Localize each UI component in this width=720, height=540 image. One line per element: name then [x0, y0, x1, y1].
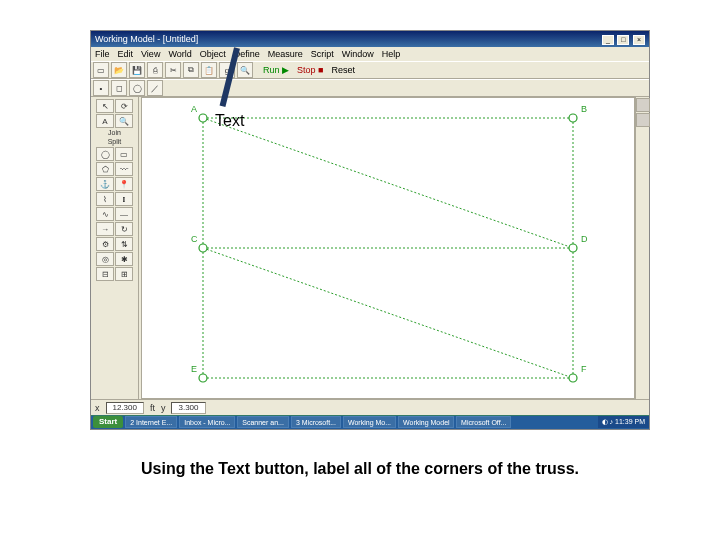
- svg-text:B: B: [581, 104, 587, 114]
- toolbar-main: ▭ 📂 💾 ⎙ ✂ ⧉ 📋 g 🔍 Run ▶ Stop ■ Reset: [91, 61, 649, 79]
- run-button[interactable]: Run ▶: [263, 65, 289, 75]
- svg-point-13: [199, 374, 207, 382]
- taskbar-item-5[interactable]: Working Model: [398, 416, 454, 428]
- rod-tool[interactable]: —: [115, 207, 133, 221]
- taskbar-item-2[interactable]: Scanner an...: [237, 416, 289, 428]
- new-button[interactable]: ▭: [93, 62, 109, 78]
- window-title: Working Model - [Untitled]: [95, 34, 198, 44]
- curve-tool[interactable]: 〰: [115, 162, 133, 176]
- status-x-unit: ft: [150, 403, 155, 413]
- status-x-label: x: [95, 403, 100, 413]
- svg-line-7: [203, 118, 573, 248]
- taskbar-item-1[interactable]: Inbox - Micro...: [179, 416, 235, 428]
- square-tool[interactable]: ▭: [115, 147, 133, 161]
- svg-point-9: [199, 114, 207, 122]
- svg-text:F: F: [581, 364, 587, 374]
- print-button[interactable]: ⎙: [147, 62, 163, 78]
- svg-text:E: E: [191, 364, 197, 374]
- svg-point-12: [569, 244, 577, 252]
- menu-file[interactable]: File: [95, 49, 110, 59]
- svg-line-8: [203, 248, 573, 378]
- minimize-button[interactable]: _: [602, 35, 614, 45]
- menu-script[interactable]: Script: [311, 49, 334, 59]
- app-window: Working Model - [Untitled] _ □ × File Ed…: [90, 30, 650, 430]
- menubar: File Edit View World Object Define Measu…: [91, 47, 649, 61]
- torque-tool[interactable]: ↻: [115, 222, 133, 236]
- stop-button[interactable]: Stop ■: [297, 65, 323, 75]
- taskbar-item-6[interactable]: Microsoft Off...: [456, 416, 511, 428]
- vertical-scrollbar[interactable]: [635, 97, 649, 399]
- anchor-tool[interactable]: ⚓: [96, 177, 114, 191]
- spring-tool[interactable]: ⌇: [96, 192, 114, 206]
- taskbar: Start 2 Internet E... Inbox - Micro... S…: [91, 415, 649, 429]
- menu-window[interactable]: Window: [342, 49, 374, 59]
- close-button[interactable]: ×: [633, 35, 645, 45]
- svg-text:D: D: [581, 234, 588, 244]
- canvas[interactable]: ABCDEF: [141, 97, 635, 399]
- tool-a[interactable]: •: [93, 80, 109, 96]
- svg-point-10: [569, 114, 577, 122]
- circle-tool[interactable]: ◯: [96, 147, 114, 161]
- left-toolbox: ↖⟳ A🔍 Join Split ◯▭ ⬠〰 ⚓📍 ⌇⫿ ∿— →↻ ⚙⇅ ◎✱…: [91, 97, 139, 399]
- svg-text:C: C: [191, 234, 198, 244]
- menu-world[interactable]: World: [168, 49, 191, 59]
- run-controls: Run ▶ Stop ■ Reset: [263, 65, 355, 75]
- force-tool[interactable]: →: [96, 222, 114, 236]
- menu-help[interactable]: Help: [382, 49, 401, 59]
- tray-icon: ◐: [602, 416, 608, 428]
- start-button[interactable]: Start: [93, 416, 123, 428]
- slide-caption: Using the Text button, label all of the …: [0, 460, 720, 478]
- copy-button[interactable]: ⧉: [183, 62, 199, 78]
- tool-d[interactable]: ／: [147, 80, 163, 96]
- system-tray[interactable]: ◐ ♪ 11:39 PM: [598, 416, 649, 428]
- save-button[interactable]: 💾: [129, 62, 145, 78]
- keyed-tool[interactable]: ⊞: [115, 267, 133, 281]
- status-y-label: y: [161, 403, 166, 413]
- taskbar-item-4[interactable]: Working Mo...: [343, 416, 396, 428]
- pin-tool[interactable]: 📍: [115, 177, 133, 191]
- paste-button[interactable]: 📋: [201, 62, 217, 78]
- menu-measure[interactable]: Measure: [268, 49, 303, 59]
- svg-text:A: A: [191, 104, 197, 114]
- tray-icon: ♪: [610, 416, 614, 428]
- rotate-tool[interactable]: ⟳: [115, 99, 133, 113]
- status-y-value: 3.300: [171, 402, 205, 414]
- rope-tool[interactable]: ∿: [96, 207, 114, 221]
- cut-button[interactable]: ✂: [165, 62, 181, 78]
- window-controls: _ □ ×: [601, 34, 645, 45]
- actuator-tool[interactable]: ⇅: [115, 237, 133, 251]
- clock: 11:39 PM: [615, 416, 645, 428]
- split-label: Split: [91, 138, 138, 146]
- callout-label: Text: [215, 112, 244, 130]
- damper-tool[interactable]: ⫿: [115, 192, 133, 206]
- pointer-tool[interactable]: ↖: [96, 99, 114, 113]
- titlebar: Working Model - [Untitled] _ □ ×: [91, 31, 649, 47]
- menu-edit[interactable]: Edit: [118, 49, 134, 59]
- pulley-tool[interactable]: ◎: [96, 252, 114, 266]
- slot-tool[interactable]: ⊟: [96, 267, 114, 281]
- reset-button[interactable]: Reset: [331, 65, 355, 75]
- join-label: Join: [91, 129, 138, 137]
- menu-view[interactable]: View: [141, 49, 160, 59]
- tool-b[interactable]: ◻: [111, 80, 127, 96]
- taskbar-item-3[interactable]: 3 Microsoft...: [291, 416, 341, 428]
- zoom-tool[interactable]: 🔍: [115, 114, 133, 128]
- status-x-value: 12.300: [106, 402, 144, 414]
- taskbar-item-0[interactable]: 2 Internet E...: [125, 416, 177, 428]
- motor-tool[interactable]: ⚙: [96, 237, 114, 251]
- maximize-button[interactable]: □: [617, 35, 629, 45]
- truss-diagram: ABCDEF: [142, 98, 634, 398]
- poly-tool[interactable]: ⬠: [96, 162, 114, 176]
- gear-tool[interactable]: ✱: [115, 252, 133, 266]
- tool-c[interactable]: ◯: [129, 80, 145, 96]
- statusbar: x 12.300 ft y 3.300: [91, 399, 649, 415]
- svg-point-14: [569, 374, 577, 382]
- zoom-button[interactable]: 🔍: [237, 62, 253, 78]
- menu-object[interactable]: Object: [200, 49, 226, 59]
- toolbar-secondary: • ◻ ◯ ／: [91, 79, 649, 97]
- open-button[interactable]: 📂: [111, 62, 127, 78]
- text-tool[interactable]: A: [96, 114, 114, 128]
- svg-point-11: [199, 244, 207, 252]
